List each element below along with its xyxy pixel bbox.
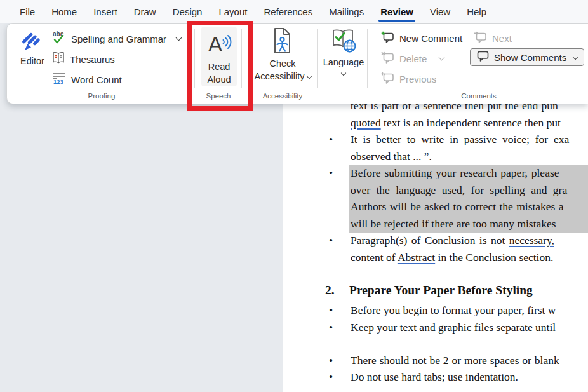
group-separator	[367, 29, 368, 88]
doc-line-highlighted: •Before submitting your research paper, …	[283, 165, 588, 182]
tab-help[interactable]: Help	[458, 1, 495, 22]
tab-layout[interactable]: Layout	[210, 1, 255, 22]
tab-design[interactable]: Design	[164, 1, 211, 22]
editor-button[interactable]: Editor	[15, 28, 50, 67]
doc-line: observed that ... ”.	[283, 148, 588, 165]
previous-comment-icon	[381, 72, 394, 86]
bullet: •	[329, 352, 333, 369]
doc-line: •Do not use hard tabs; use indentation.	[283, 368, 588, 386]
active-tab-indicator	[378, 20, 415, 22]
show-comments-chevron-icon[interactable]	[573, 55, 578, 60]
doc-line: •Paragraph(s) of Conclusion is not neces…	[283, 232, 588, 249]
bullet: •	[329, 232, 333, 249]
tab-review[interactable]: Review	[372, 1, 422, 22]
tab-draw[interactable]: Draw	[126, 1, 164, 22]
annotation-highlight-box	[187, 21, 253, 111]
bullet: •	[329, 319, 333, 336]
tab-insert[interactable]: Insert	[85, 1, 126, 22]
doc-line-highlighted: will be rejected if there are too many m…	[283, 215, 588, 233]
spelling-grammar-button[interactable]: abc Spelling and Grammar	[52, 31, 166, 46]
check-accessibility-chevron-icon	[306, 74, 311, 79]
delete-comment-button: Delete	[381, 51, 427, 66]
spelling-abc-icon: abc	[52, 30, 66, 47]
editor-pen-icon	[20, 28, 44, 55]
proofing-group-label: Proofing	[38, 92, 165, 100]
bullet: •	[329, 368, 333, 386]
language-globe-icon	[330, 28, 357, 56]
new-comment-icon	[381, 31, 394, 46]
doc-line: •There should not be 2 or more spaces or…	[283, 352, 588, 369]
thesaurus-button[interactable]: Thesaurus	[52, 51, 115, 67]
check-accessibility-button[interactable]: Check Accessibility	[251, 27, 314, 83]
tab-home[interactable]: Home	[43, 1, 85, 22]
bullet: •	[329, 302, 333, 319]
document-page[interactable]: text is part of a sentence then put the …	[283, 89, 588, 392]
doc-line: content of Abstract in the Conclusion se…	[283, 249, 588, 266]
next-comment-button: Next	[474, 30, 512, 46]
word-count-button[interactable]: 123 Word Count	[52, 72, 122, 87]
doc-line-highlighted: Authors will be asked to correct the mis…	[283, 198, 588, 215]
accessibility-group-label: Accessibility	[244, 92, 321, 100]
doc-line: •Before you begin to format your paper, …	[283, 302, 588, 319]
tab-file[interactable]: File	[11, 1, 43, 22]
group-separator	[317, 29, 318, 88]
doc-section-heading: 2.Prepare Your Paper Before Styling	[283, 281, 588, 300]
next-comment-icon	[474, 31, 487, 46]
new-comment-button[interactable]: New Comment	[381, 30, 462, 46]
doc-line: quoted text is an independent sentence t…	[283, 114, 588, 132]
comments-group-label: Comments	[415, 92, 542, 100]
previous-comment-button: Previous	[381, 71, 436, 86]
accessibility-person-icon	[272, 27, 293, 57]
show-comments-icon	[477, 51, 489, 64]
editor-label: Editor	[20, 55, 44, 67]
bullet: •	[329, 131, 333, 148]
doc-line: •It is better to write in passive voice;…	[283, 131, 588, 148]
show-comments-button[interactable]: Show Comments	[470, 48, 584, 66]
tab-mailings[interactable]: Mailings	[321, 1, 372, 22]
thesaurus-book-icon	[52, 51, 65, 67]
bullet: •	[329, 165, 333, 182]
ribbon-tab-bar: File Home Insert Draw Design Layout Refe…	[0, 0, 588, 23]
word-count-icon: 123	[52, 72, 66, 87]
svg-text:123: 123	[53, 78, 63, 84]
tab-view[interactable]: View	[422, 1, 458, 22]
doc-line-highlighted: over the language used, for spelling and…	[283, 182, 588, 199]
language-chevron-icon	[341, 71, 346, 76]
doc-line: •Keep your text and graphic files separa…	[283, 319, 588, 336]
word-review-window: text is part of a sentence then put the …	[0, 0, 588, 392]
tab-references[interactable]: References	[255, 1, 321, 22]
delete-comment-icon	[381, 51, 394, 66]
language-button[interactable]: Language	[320, 28, 367, 75]
